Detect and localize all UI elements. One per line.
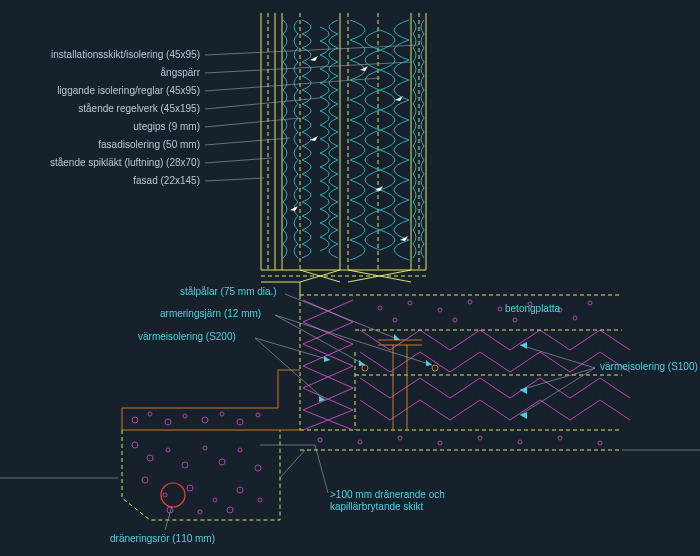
drain-pipe (161, 483, 185, 507)
svg-point-41 (256, 413, 260, 417)
svg-marker-99 (324, 356, 330, 362)
svg-point-50 (142, 477, 148, 483)
svg-point-55 (258, 498, 262, 502)
svg-point-37 (183, 414, 187, 418)
label-gravel-2: kapillärbrytande skikt (330, 501, 424, 512)
svg-point-63 (498, 307, 502, 311)
label-rebar: armeringsjärn (12 mm) (160, 308, 261, 319)
svg-line-26 (205, 178, 264, 181)
svg-point-53 (213, 498, 217, 502)
label-ins-left: värmeisolering (S200) (138, 331, 236, 342)
svg-point-66 (588, 301, 592, 305)
svg-point-57 (198, 510, 202, 514)
svg-line-25 (205, 158, 272, 163)
label-fasad: fasad (22x145) (133, 175, 200, 186)
svg-point-71 (318, 438, 322, 442)
svg-point-69 (513, 318, 517, 322)
label-slab: betongplatta (505, 303, 560, 314)
svg-marker-98 (426, 360, 432, 366)
svg-line-20 (205, 62, 411, 73)
foundation-labels: stålpålar (75 mm dia.) armeringsjärn (12… (110, 286, 698, 544)
label-liggande: liggande isolering/reglar (45x95) (57, 85, 200, 96)
svg-line-91 (520, 368, 595, 390)
svg-point-70 (573, 316, 577, 320)
svg-point-47 (219, 459, 225, 465)
svg-point-38 (202, 417, 208, 423)
label-angsparr: ångspärr (161, 67, 201, 78)
svg-point-73 (398, 436, 402, 440)
label-utegips: utegips (9 mm) (133, 121, 200, 132)
svg-point-68 (453, 318, 457, 322)
wall-insulation (283, 20, 424, 260)
svg-point-75 (478, 436, 482, 440)
label-staende-regel: stående regelverk (45x195) (78, 103, 200, 114)
svg-point-40 (237, 419, 243, 425)
label-ins-right: värmeisolering (S100) (600, 361, 698, 372)
svg-point-60 (408, 301, 412, 305)
svg-line-88 (255, 338, 330, 360)
label-spiklakt: stående spikläkt (luftning) (28x70) (50, 157, 200, 168)
svg-point-49 (255, 465, 261, 471)
svg-line-21 (205, 78, 380, 91)
svg-point-78 (598, 441, 602, 445)
svg-point-44 (166, 448, 170, 452)
label-steel: stålpålar (75 mm dia.) (180, 286, 277, 297)
svg-marker-102 (520, 387, 527, 394)
svg-line-23 (205, 118, 300, 127)
svg-point-34 (132, 417, 138, 423)
svg-point-52 (187, 485, 193, 491)
svg-point-46 (203, 446, 207, 450)
svg-line-19 (205, 45, 418, 55)
svg-point-61 (438, 308, 442, 312)
svg-point-72 (358, 440, 362, 444)
svg-point-77 (558, 436, 562, 440)
svg-line-85 (285, 294, 400, 340)
svg-point-36 (165, 419, 171, 425)
svg-point-42 (132, 442, 138, 448)
svg-point-43 (147, 455, 153, 461)
svg-point-76 (518, 440, 522, 444)
svg-line-93 (165, 506, 172, 530)
svg-line-24 (205, 138, 290, 145)
svg-point-35 (148, 412, 152, 416)
svg-line-89 (255, 338, 325, 400)
svg-marker-97 (359, 360, 365, 366)
svg-point-48 (238, 448, 242, 452)
svg-point-74 (438, 441, 442, 445)
label-installationsskikt: installationsskikt/isolering (45x95) (51, 49, 200, 60)
svg-point-83 (362, 365, 368, 371)
svg-line-90 (520, 345, 595, 368)
svg-point-45 (182, 462, 188, 468)
svg-point-67 (393, 318, 397, 322)
leader-tips (319, 334, 527, 419)
svg-point-62 (468, 300, 472, 304)
label-fasadisolering: fasadisolering (50 mm) (98, 139, 200, 150)
svg-line-94 (315, 445, 328, 493)
wall-section (261, 13, 426, 295)
svg-point-58 (227, 507, 233, 513)
svg-point-51 (163, 493, 167, 497)
label-gravel-1: >100 mm dränerande och (330, 489, 445, 500)
svg-point-84 (432, 365, 438, 371)
svg-point-54 (237, 487, 243, 493)
foundation (0, 295, 700, 520)
svg-marker-96 (394, 334, 400, 340)
svg-point-59 (378, 306, 382, 310)
label-drain: dräneringsrör (110 mm) (110, 533, 215, 544)
svg-point-39 (220, 412, 224, 416)
